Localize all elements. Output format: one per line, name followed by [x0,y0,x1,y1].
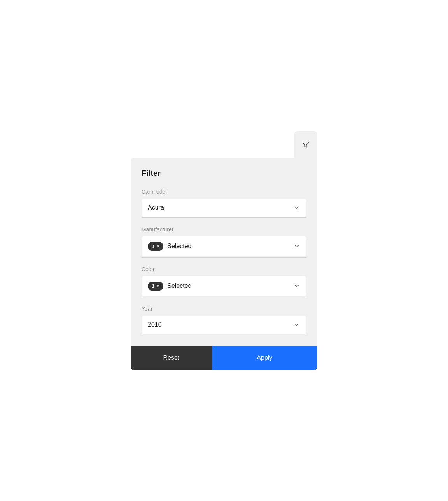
color-value: Selected [167,282,293,289]
car-model-chevron-icon [293,204,300,211]
filter-title: Filter [142,169,306,178]
car-model-divider [142,217,306,218]
filter-panel: Filter Car model Acura Manufacturer 1 × [131,158,317,370]
manufacturer-dropdown[interactable]: 1 × Selected [142,236,306,256]
filter-icon [301,140,310,149]
car-model-dropdown[interactable]: Acura [142,199,306,217]
color-dropdown[interactable]: 1 × Selected [142,276,306,296]
car-model-section: Car model Acura [142,189,306,218]
manufacturer-divider [142,257,306,258]
year-value: 2010 [148,321,293,328]
year-label: Year [142,306,306,312]
year-dropdown[interactable]: 2010 [142,316,306,334]
color-section: Color 1 × Selected [142,266,306,297]
reset-button[interactable]: Reset [131,346,212,370]
year-section: Year 2010 [142,306,306,335]
manufacturer-label: Manufacturer [142,226,306,233]
manufacturer-section: Manufacturer 1 × Selected [142,226,306,258]
manufacturer-badge-count: 1 [152,243,154,249]
car-model-value: Acura [148,204,293,211]
color-chevron-icon [293,282,300,289]
filter-widget: Filter Car model Acura Manufacturer 1 × [131,131,317,370]
color-badge-count: 1 [152,283,154,289]
footer-buttons: Reset Apply [131,346,317,370]
car-model-label: Car model [142,189,306,195]
filter-icon-tab[interactable] [294,131,317,158]
color-badge: 1 × [148,282,163,291]
color-label: Color [142,266,306,272]
color-divider [142,297,306,297]
apply-button[interactable]: Apply [212,346,317,370]
color-badge-clear[interactable]: × [157,283,159,289]
manufacturer-chevron-icon [293,243,300,250]
manufacturer-badge-clear[interactable]: × [157,243,159,249]
year-chevron-icon [293,321,300,328]
year-divider [142,335,306,335]
manufacturer-value: Selected [167,243,293,250]
manufacturer-badge: 1 × [148,242,163,251]
svg-marker-0 [303,142,309,147]
